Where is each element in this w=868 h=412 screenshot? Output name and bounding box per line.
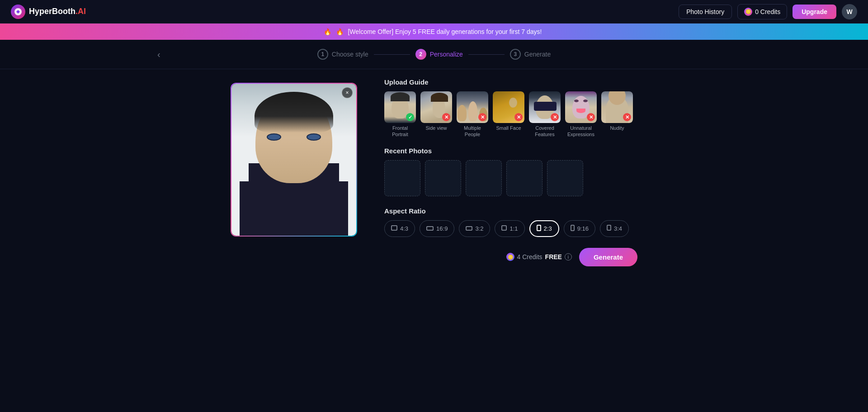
svg-rect-5 [537, 225, 541, 231]
guide-nudity-label: Nudity [610, 125, 624, 131]
aspect-ratio-title: Aspect Ratio [384, 207, 637, 215]
guide-covered-badge: ✕ [551, 113, 559, 121]
logo-ai-text: .AI [75, 7, 86, 16]
credits-label: 0 Credits [755, 8, 780, 15]
photo-upload-area[interactable]: × [231, 83, 357, 237]
avatar[interactable]: W [842, 4, 857, 19]
guide-small-badge: ✕ [514, 113, 523, 121]
aspect-btn-16-9[interactable]: 16:9 [420, 220, 454, 237]
recent-photo-1[interactable] [384, 160, 420, 196]
logo-label: HyperBooth.AI [29, 7, 86, 16]
recent-photo-3[interactable] [466, 160, 502, 196]
aspect-icon-4-3 [391, 225, 397, 232]
guide-nudity-img: ✕ [601, 91, 633, 123]
header: HyperBooth.AI Photo History 🪙 0 Credits … [0, 0, 868, 24]
aspect-icon-1-1 [501, 225, 507, 232]
credits-button[interactable]: 🪙 0 Credits [737, 4, 787, 19]
logo-icon [11, 5, 25, 19]
guide-multiple: ✕ Multiple People [457, 91, 488, 138]
aspect-btn-2-3[interactable]: 2:3 [529, 220, 559, 237]
step-1-circle: 1 [317, 49, 328, 60]
credits-info-icon[interactable]: i [565, 253, 572, 260]
step-1-label: Choose style [332, 51, 368, 58]
guide-frontal-badge: ✓ [406, 113, 414, 121]
guide-nudity: ✕ Nudity [601, 91, 633, 138]
upgrade-button[interactable]: Upgrade [793, 5, 836, 19]
aspect-icon-3-2 [466, 225, 472, 232]
banner-text: [Welcome Offer] Enjoy 5 FREE daily gener… [348, 28, 542, 35]
recent-photo-5[interactable] [547, 160, 583, 196]
step-3-label: Generate [524, 51, 551, 58]
aspect-btn-1-1[interactable]: 1:1 [495, 220, 524, 237]
photo-eyes [267, 133, 321, 142]
upload-guide-title: Upload Guide [384, 78, 637, 86]
guide-covered-label: Covered Features [529, 125, 561, 138]
guide-side: ✕ Side view [420, 91, 452, 138]
back-button[interactable]: ‹ [154, 47, 164, 62]
step-2-circle: 2 [415, 49, 426, 60]
aspect-ratio-section: Aspect Ratio 4:3 16:9 [384, 207, 637, 237]
guide-side-badge: ✕ [442, 113, 450, 121]
aspect-label-3-4: 3:4 [614, 225, 622, 232]
svg-rect-4 [502, 226, 506, 230]
photo-shirt [240, 181, 348, 236]
recent-photos-section: Recent Photos [384, 147, 637, 196]
svg-rect-6 [571, 225, 574, 231]
photo-upload-container: × [231, 78, 357, 266]
step-1: 1 Choose style [317, 49, 368, 60]
recent-photos-list [384, 160, 637, 196]
guide-covered-img: ✕ [529, 91, 561, 123]
step-2-label: Personalize [430, 51, 463, 58]
aspect-btn-3-2[interactable]: 3:2 [459, 220, 490, 237]
svg-rect-3 [466, 227, 472, 230]
recent-photos-title: Recent Photos [384, 147, 637, 155]
banner-emoji1: 🔥 [324, 28, 331, 35]
generate-button[interactable]: Generate [579, 248, 637, 266]
aspect-label-3-2: 3:2 [475, 225, 483, 232]
step-line-1 [374, 54, 410, 55]
step-line-2 [468, 54, 505, 55]
step-3: 3 Generate [510, 49, 551, 60]
logo-hyper-text: HyperBooth [29, 7, 75, 16]
guide-side-img: ✕ [420, 91, 452, 123]
upload-guide-section: Upload Guide ✓ Frontal Portrait [384, 78, 637, 138]
guide-multiple-img: ✕ [457, 91, 488, 123]
recent-photo-4[interactable] [506, 160, 542, 196]
credits-icon: 🪙 [744, 8, 752, 16]
right-panel: Upload Guide ✓ Frontal Portrait [384, 78, 637, 266]
guide-unnatural-label: Unnatural Expressions [565, 125, 597, 138]
step-2: 2 Personalize [415, 49, 463, 60]
aspect-label-16-9: 16:9 [436, 225, 448, 232]
generate-row: 🪙 4 Credits FREE i Generate [384, 248, 637, 266]
credits-info: 🪙 4 Credits FREE i [506, 253, 572, 261]
aspect-label-4-3: 4:3 [400, 225, 408, 232]
guide-unnatural-badge: ✕ [587, 113, 595, 121]
aspect-btn-3-4[interactable]: 3:4 [600, 220, 629, 237]
banner-emoji2: 🔥 [336, 28, 344, 35]
aspect-btn-4-3[interactable]: 4:3 [384, 220, 415, 237]
guide-unnatural: ✕ Unnatural Expressions [565, 91, 597, 138]
aspect-icon-2-3 [537, 225, 541, 232]
photo-close-button[interactable]: × [342, 87, 353, 98]
guide-covered: ✕ Covered Features [529, 91, 561, 138]
guide-multiple-label: Multiple People [457, 125, 488, 138]
aspect-ratio-options: 4:3 16:9 3:2 [384, 220, 637, 237]
aspect-label-2-3: 2:3 [544, 225, 552, 232]
svg-rect-7 [607, 225, 611, 230]
guide-small: ✕ Small Face [493, 91, 524, 138]
guide-frontal-img: ✓ [384, 91, 416, 123]
welcome-banner: 🔥 🔥 [Welcome Offer] Enjoy 5 FREE daily g… [0, 24, 868, 40]
aspect-label-1-1: 1:1 [509, 225, 518, 232]
guide-side-label: Side view [425, 125, 447, 131]
guide-small-label: Small Face [496, 125, 521, 131]
aspect-btn-9-16[interactable]: 9:16 [564, 220, 595, 237]
photo-hair [255, 92, 333, 133]
steps-bar: ‹ 1 Choose style 2 Personalize 3 Generat… [0, 40, 868, 69]
credits-prefix: 4 Credits [517, 253, 542, 260]
aspect-icon-3-4 [607, 225, 611, 232]
photo-background [231, 84, 356, 236]
recent-photo-2[interactable] [425, 160, 461, 196]
aspect-label-9-16: 9:16 [577, 225, 589, 232]
photo-history-button[interactable]: Photo History [679, 5, 732, 19]
header-actions: Photo History 🪙 0 Credits Upgrade W [679, 4, 857, 19]
